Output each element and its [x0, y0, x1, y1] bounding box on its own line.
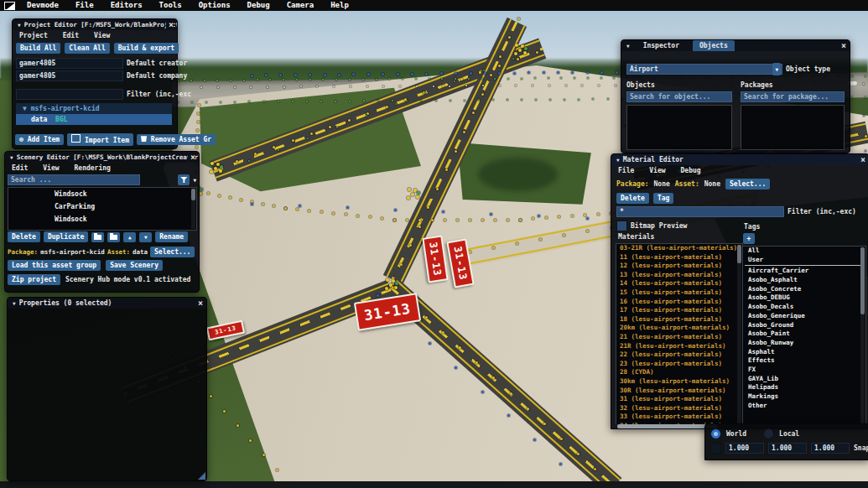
collapse-icon[interactable]: ▼	[18, 22, 21, 28]
path-node[interactable]	[196, 129, 199, 132]
local-radio[interactable]	[763, 428, 774, 439]
resize-handle[interactable]	[198, 472, 205, 480]
path-node[interactable]	[498, 65, 501, 67]
snap-x-field[interactable]	[725, 443, 764, 454]
snap-z-field[interactable]	[811, 443, 850, 454]
path-node[interactable]	[197, 121, 200, 123]
path-node[interactable]	[429, 342, 431, 345]
path-node[interactable]	[191, 101, 193, 103]
asset-group-row[interactable]: ▼ msfs-airport-kcid	[16, 103, 172, 114]
path-node[interactable]	[433, 86, 434, 87]
packages-search-input[interactable]	[741, 91, 845, 102]
path-node[interactable]	[539, 238, 542, 241]
path-node[interactable]	[394, 209, 397, 211]
path-node[interactable]	[565, 85, 567, 86]
path-node[interactable]	[309, 74, 311, 76]
add-item-button[interactable]: ⊕ Add Item	[15, 134, 64, 145]
path-node[interactable]	[515, 44, 518, 47]
filter-funnel-icon[interactable]	[178, 174, 190, 185]
chevron-down-icon[interactable]: ▼	[193, 177, 196, 183]
path-node[interactable]	[417, 191, 420, 195]
path-node[interactable]	[294, 74, 297, 76]
material-item[interactable]: 31 (lesu-airport-materials)	[616, 395, 742, 404]
scrollbar[interactable]	[860, 247, 865, 424]
material-item[interactable]: 30km (lesu-airport-materials)	[616, 377, 742, 387]
path-node[interactable]	[545, 216, 548, 219]
path-node[interactable]	[262, 454, 265, 456]
path-node[interactable]	[306, 101, 308, 102]
menu-item[interactable]: View	[36, 164, 67, 172]
path-node[interactable]	[284, 207, 287, 210]
tag-item[interactable]: Asobo_Decals	[743, 303, 865, 312]
tag-item[interactable]: Asobo_Runway	[743, 339, 865, 348]
path-node[interactable]	[481, 219, 484, 221]
path-node[interactable]	[499, 85, 501, 86]
material-item[interactable]: 11 (lesu-airport-materials)	[616, 253, 742, 262]
path-node[interactable]	[470, 72, 472, 75]
tag-item[interactable]: Helipads	[743, 383, 865, 392]
tags-list[interactable]: AllUser Aircraft_CarrierAsobo_AsphaltAso…	[742, 246, 866, 426]
tag-item[interactable]: Markings	[743, 392, 865, 402]
path-node[interactable]	[431, 219, 434, 221]
tag-item[interactable]: Asobo_Asphalt	[743, 276, 865, 285]
path-node[interactable]	[243, 80, 245, 81]
path-node[interactable]	[445, 169, 448, 171]
material-item[interactable]: 33 (lesu-airport-materials)	[616, 413, 742, 422]
path-node[interactable]	[436, 188, 439, 190]
move-down-button[interactable]: ▼	[139, 232, 152, 242]
path-node[interactable]	[615, 85, 616, 86]
path-node[interactable]	[309, 79, 311, 80]
path-node[interactable]	[394, 286, 398, 289]
path-node[interactable]	[236, 424, 239, 427]
path-node[interactable]	[276, 469, 278, 471]
zip-project-button[interactable]: Zip project	[8, 274, 60, 285]
path-node[interactable]	[386, 106, 388, 108]
material-filter-input[interactable]	[616, 206, 784, 217]
material-item[interactable]: 18 (lesu-airport-materials)	[616, 315, 742, 324]
default-company-field[interactable]	[16, 70, 123, 81]
path-node[interactable]	[865, 135, 867, 138]
path-node[interactable]	[600, 77, 602, 79]
material-item[interactable]: 15 (lesu-airport-materials)	[616, 288, 742, 298]
world-radio[interactable]	[710, 428, 721, 439]
path-node[interactable]	[527, 408, 529, 410]
menubar-item[interactable]: Editors	[106, 0, 154, 11]
path-node[interactable]	[464, 100, 465, 101]
asset-item-row[interactable]: data BGL	[16, 114, 172, 125]
scenery-list-item[interactable]: Windsock	[8, 213, 196, 226]
path-node[interactable]	[418, 219, 421, 221]
path-node[interactable]	[524, 47, 528, 50]
properties-titlebar[interactable]: ▼ Properties (0 selected) ×	[8, 298, 206, 309]
menu-item[interactable]: Edit	[5, 164, 36, 172]
path-node[interactable]	[442, 331, 444, 334]
path-node[interactable]	[278, 149, 279, 151]
path-node[interactable]	[481, 391, 484, 393]
path-node[interactable]	[211, 162, 214, 165]
tag-button[interactable]: Tag	[653, 193, 673, 204]
menubar-item[interactable]: Camera	[282, 0, 326, 11]
path-node[interactable]	[407, 196, 410, 200]
path-node[interactable]	[512, 58, 514, 60]
menu-item[interactable]: View	[642, 167, 673, 174]
path-node[interactable]	[519, 219, 522, 221]
path-node[interactable]	[571, 215, 574, 217]
close-icon[interactable]: ×	[195, 298, 203, 309]
path-node[interactable]	[367, 73, 370, 75]
path-node[interactable]	[863, 115, 865, 117]
path-node[interactable]	[234, 86, 236, 88]
path-node[interactable]	[263, 101, 265, 102]
scenery-list-item[interactable]: Windsock	[8, 188, 196, 200]
path-node[interactable]	[514, 52, 517, 55]
path-node[interactable]	[411, 73, 413, 75]
build-export-button[interactable]: Build & export	[114, 43, 179, 54]
material-item[interactable]: 23 (lesu-airport-materials)	[616, 360, 742, 369]
chevron-down-icon[interactable]: ▼	[772, 63, 781, 75]
menu-item[interactable]: View	[87, 32, 118, 39]
add-tag-button[interactable]: +	[743, 233, 755, 244]
path-node[interactable]	[210, 170, 213, 174]
path-node[interactable]	[521, 78, 522, 80]
menu-item[interactable]: Edit	[56, 32, 87, 39]
path-node[interactable]	[324, 74, 326, 76]
menubar-item[interactable]: Options	[194, 0, 242, 11]
tab-inspector[interactable]: Inspector	[637, 40, 686, 51]
